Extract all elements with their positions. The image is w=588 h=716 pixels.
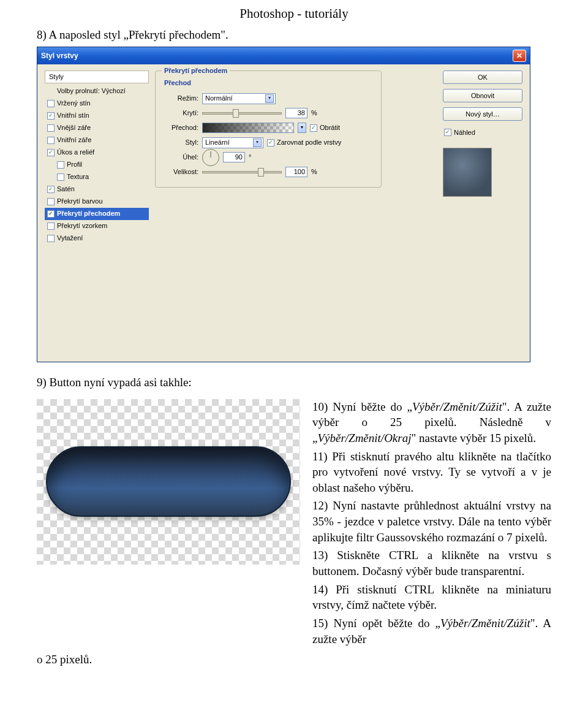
opacity-label: Krytí:: [162, 109, 198, 118]
item-label: Textura: [67, 172, 89, 181]
menu-path: Výběr/Změnit/Zúžit: [412, 400, 502, 413]
rendered-button: [46, 446, 291, 517]
checkbox[interactable]: ✓: [444, 129, 451, 136]
checkbox[interactable]: [47, 124, 55, 132]
scale-label: Velikost:: [162, 167, 198, 177]
checkbox[interactable]: ✓: [47, 149, 55, 156]
align-label: Zarovnat podle vrstvy: [277, 138, 341, 147]
preview-label: Náhled: [454, 128, 475, 137]
scale-unit: %: [311, 167, 317, 177]
scale-input[interactable]: 100: [285, 167, 307, 177]
fieldset-title: Překrytí přechodem: [162, 66, 230, 75]
slider-thumb[interactable]: [258, 168, 264, 177]
gradient-overlay-fieldset: Překrytí přechodem Přechod Režim: Normál…: [155, 70, 382, 188]
style-select[interactable]: Lineární ▾: [202, 137, 263, 148]
list-item-contour[interactable]: Profil: [45, 159, 149, 171]
layer-style-dialog: Styl vrstvy ✕ Styly Volby prolnutí: Vých…: [37, 47, 530, 362]
list-item-satin[interactable]: ✓ Satén: [45, 183, 149, 196]
dialog-title: Styl vrstvy: [41, 51, 78, 61]
select-value: Normální: [205, 94, 233, 103]
item-label: Překrytí přechodem: [57, 209, 120, 218]
item-label: Vnější záře: [57, 123, 91, 132]
menu-path: Výběr/Změnit/Zúžit: [440, 617, 530, 630]
item-label: Vržený stín: [57, 99, 91, 108]
checkbox[interactable]: [47, 223, 55, 230]
item-label: Úkos a reliéf: [57, 148, 94, 157]
styles-header[interactable]: Styly: [45, 70, 149, 83]
item-label: Vnitřní stín: [57, 111, 89, 120]
item-label: Volby prolnutí: Výchozí: [57, 86, 126, 96]
checkbox[interactable]: ✓: [47, 186, 55, 193]
fieldset-subtitle: Přechod: [164, 78, 375, 88]
step-13: 13) Stiskněte CTRL a klikněte na vrstvu …: [312, 547, 551, 579]
checkbox[interactable]: [57, 161, 64, 169]
opacity-input[interactable]: 38: [285, 108, 307, 118]
page-title: Photoshop - tutoriály: [0, 0, 588, 22]
chevron-down-icon: ▾: [265, 94, 274, 103]
select-value: Lineární: [205, 138, 230, 147]
list-item-gradient-overlay[interactable]: ✓ Překrytí přechodem: [45, 208, 149, 220]
step-10-a: 10) Nyní běžte do „: [312, 400, 412, 413]
checkbox[interactable]: ✓: [47, 210, 55, 218]
reset-button[interactable]: Obnovit: [443, 89, 522, 102]
checkbox[interactable]: [47, 137, 55, 144]
list-item-inner-glow[interactable]: Vnitřní záře: [45, 134, 149, 147]
chevron-down-icon: ▾: [253, 139, 262, 147]
checkbox-spacer: [47, 88, 55, 95]
blend-mode-select[interactable]: Normální ▾: [202, 93, 276, 104]
preview-swatch: [443, 148, 492, 197]
ok-button[interactable]: OK: [443, 70, 522, 84]
item-label: Satén: [57, 185, 75, 194]
slider-thumb[interactable]: [233, 109, 239, 118]
opacity-unit: %: [311, 109, 317, 118]
angle-dial[interactable]: [202, 149, 219, 166]
checkbox[interactable]: [47, 198, 55, 205]
step-15-tail: o 25 pixelů.: [37, 652, 551, 668]
titlebar: Styl vrstvy ✕: [37, 47, 530, 64]
step-10-c: " nastavte výběr 15 pixelů.: [411, 432, 536, 444]
step-8: 8) A naposled styl „Překrytí přechodem".: [37, 27, 551, 43]
list-item-blend-options[interactable]: Volby prolnutí: Výchozí: [45, 85, 149, 97]
instructions-column: 10) Nyní běžte do „Výběr/Změnit/Zúžit". …: [312, 399, 551, 650]
list-item-color-overlay[interactable]: Překrytí barvou: [45, 196, 149, 208]
chevron-down-icon[interactable]: ▾: [298, 123, 306, 133]
list-item-inner-shadow[interactable]: ✓ Vnitřní stín: [45, 110, 149, 122]
blend-mode-label: Režim:: [162, 94, 198, 103]
item-label: Vytažení: [57, 234, 83, 243]
reverse-label: Obrátit: [320, 123, 340, 132]
button-preview-canvas: [37, 399, 300, 565]
menu-path: Výběr/Změnit/Okraj: [317, 432, 411, 444]
angle-input[interactable]: 90: [223, 152, 245, 162]
close-icon[interactable]: ✕: [513, 50, 526, 62]
list-item-drop-shadow[interactable]: Vržený stín: [45, 97, 149, 110]
checkbox[interactable]: ✓: [47, 112, 55, 120]
item-label: Překrytí barvou: [57, 197, 103, 206]
checkbox[interactable]: [57, 173, 64, 181]
list-item-bevel[interactable]: ✓ Úkos a reliéf: [45, 147, 149, 159]
preview-checkbox-row[interactable]: ✓ Náhled: [443, 126, 522, 139]
angle-label: Úhel:: [162, 153, 198, 162]
list-item-pattern-overlay[interactable]: Překrytí vzorkem: [45, 220, 149, 232]
angle-unit: °: [249, 153, 251, 162]
item-label: Profil: [67, 160, 82, 169]
reverse-checkbox[interactable]: ✓ Obrátit: [310, 123, 340, 132]
gradient-label: Přechod:: [162, 123, 198, 132]
step-14: 14) Při stisknutí CTRL klikněte na minia…: [312, 582, 551, 613]
item-label: Vnitřní záře: [57, 135, 91, 145]
list-item-texture[interactable]: Textura: [45, 171, 149, 183]
item-label: Překrytí vzorkem: [57, 221, 108, 230]
new-style-button[interactable]: Nový styl…: [443, 107, 522, 121]
list-item-stroke[interactable]: Vytažení: [45, 232, 149, 245]
align-checkbox[interactable]: ✓ Zarovnat podle vrstvy: [267, 138, 341, 147]
step-11: 11) Při stisknutí pravého altu klikněte …: [312, 449, 551, 496]
scale-slider[interactable]: [202, 171, 282, 173]
gradient-swatch[interactable]: [202, 123, 294, 133]
styles-list: Styly Volby prolnutí: Výchozí Vržený stí…: [45, 70, 149, 356]
checkbox[interactable]: [47, 235, 55, 242]
style-label: Styl:: [162, 138, 198, 147]
step-12: 12) Nyní nastavte průhlednost aktuální v…: [312, 498, 551, 545]
opacity-slider[interactable]: [202, 112, 282, 115]
list-item-outer-glow[interactable]: Vnější záře: [45, 122, 149, 134]
checkbox[interactable]: [47, 100, 55, 107]
step-9: 9) Button nyní vypadá asi takhle:: [37, 375, 551, 390]
